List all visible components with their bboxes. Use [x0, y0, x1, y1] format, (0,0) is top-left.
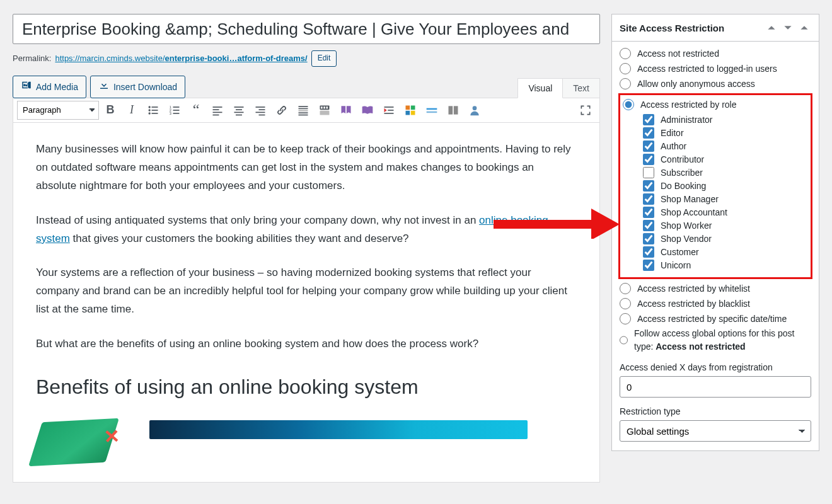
- role-checkbox[interactable]: [643, 180, 654, 192]
- radio-blacklist[interactable]: [620, 298, 631, 309]
- role-checkbox[interactable]: [643, 260, 654, 271]
- role-row: Customer: [643, 246, 808, 258]
- radio-whitelist[interactable]: [620, 283, 631, 294]
- role-checkbox[interactable]: [643, 220, 654, 231]
- role-label: Editor: [661, 128, 684, 138]
- denied-days-label: Access denied X days from registration: [620, 362, 811, 372]
- role-label: Author: [661, 141, 686, 151]
- site-access-panel: Site Access Restriction Access not restr…: [611, 14, 819, 451]
- editor-toolbar: Paragraph B I 123 “: [13, 98, 599, 123]
- insert-download-label: Insert Download: [113, 80, 177, 94]
- role-checkbox[interactable]: [643, 167, 654, 178]
- download-icon: [98, 79, 110, 94]
- svg-rect-17: [234, 106, 244, 108]
- role-row: Shop Manager: [643, 193, 808, 205]
- role-label: Customer: [661, 247, 699, 257]
- role-label: Unicorn: [661, 260, 691, 270]
- svg-rect-33: [323, 106, 325, 108]
- tab-visual[interactable]: Visual: [517, 78, 563, 98]
- svg-rect-38: [406, 105, 410, 110]
- paragraph: Instead of using antiquated systems that…: [36, 212, 577, 248]
- link-button[interactable]: [272, 101, 292, 120]
- svg-rect-41: [411, 111, 415, 115]
- permalink-slug-link[interactable]: enterprise-booki…atform-of-dreams/: [165, 54, 308, 63]
- svg-rect-5: [152, 110, 158, 111]
- restriction-type-select[interactable]: Global settings: [620, 420, 811, 442]
- book-purple-icon[interactable]: [336, 101, 356, 120]
- svg-rect-22: [259, 109, 265, 110]
- svg-rect-26: [299, 108, 308, 110]
- radio-not-restricted[interactable]: [620, 48, 631, 59]
- radio-label: Access restricted to logged-in users: [637, 64, 777, 74]
- radio-by-date[interactable]: [620, 313, 631, 324]
- role-checkbox[interactable]: [643, 154, 654, 165]
- insert-download-button[interactable]: Insert Download: [90, 76, 185, 98]
- role-label: Do Booking: [661, 181, 706, 191]
- svg-rect-43: [427, 112, 437, 113]
- image-placeholder-green: [28, 418, 119, 466]
- role-checkbox[interactable]: [643, 127, 654, 139]
- role-row: Contributor: [643, 154, 808, 165]
- role-label: Contributor: [661, 154, 704, 164]
- svg-rect-12: [173, 113, 180, 114]
- radio-by-role[interactable]: [623, 99, 634, 110]
- svg-rect-39: [411, 105, 415, 110]
- svg-rect-45: [454, 106, 458, 114]
- editor-content[interactable]: Many businesses will know how painful it…: [13, 123, 599, 482]
- svg-rect-42: [427, 108, 437, 110]
- role-label: Shop Worker: [661, 220, 712, 231]
- svg-rect-31: [320, 111, 330, 115]
- role-checkbox[interactable]: [643, 140, 654, 152]
- svg-rect-15: [213, 112, 222, 113]
- role-checkbox[interactable]: [643, 207, 654, 218]
- fullscreen-button[interactable]: [575, 101, 596, 120]
- role-checkbox[interactable]: [643, 193, 654, 205]
- columns-icon[interactable]: [443, 101, 463, 120]
- book-purple-open-icon[interactable]: [357, 101, 378, 120]
- panel-down-icon[interactable]: [781, 21, 795, 35]
- svg-point-0: [23, 84, 26, 86]
- toolbar-toggle-button[interactable]: [315, 101, 335, 120]
- svg-rect-36: [384, 113, 394, 114]
- role-checkbox[interactable]: [643, 114, 654, 125]
- user-icon[interactable]: [465, 101, 485, 120]
- align-left-button[interactable]: [207, 101, 228, 120]
- permalink-base-link[interactable]: https://marcin.cminds.website/: [55, 54, 165, 63]
- align-right-button[interactable]: [250, 101, 270, 120]
- role-row: Shop Accountant: [643, 207, 808, 218]
- format-select[interactable]: Paragraph: [17, 101, 99, 120]
- hr-blue-icon[interactable]: [422, 101, 442, 120]
- role-row: Subscriber: [643, 167, 808, 178]
- italic-button[interactable]: I: [122, 101, 142, 120]
- permalink-edit-button[interactable]: Edit: [311, 50, 337, 67]
- grid-color-icon[interactable]: [400, 101, 420, 120]
- post-title-input[interactable]: [13, 14, 600, 44]
- denied-days-input[interactable]: [620, 376, 811, 398]
- numbered-list-button[interactable]: 123: [165, 101, 185, 120]
- role-checkbox[interactable]: [643, 246, 654, 258]
- add-media-button[interactable]: Add Media: [13, 76, 86, 98]
- tab-text[interactable]: Text: [563, 78, 600, 98]
- radio-anonymous[interactable]: [620, 78, 631, 89]
- blockquote-button[interactable]: “: [186, 101, 206, 120]
- svg-rect-11: [173, 110, 180, 111]
- role-checkbox[interactable]: [643, 233, 654, 244]
- panel-up-icon[interactable]: [765, 21, 778, 35]
- panel-collapse-icon[interactable]: [797, 21, 811, 35]
- permalink-row: Permalink: https://marcin.cminds.website…: [13, 49, 600, 76]
- indent-right-icon[interactable]: [379, 101, 399, 120]
- radio-logged-in[interactable]: [620, 63, 631, 74]
- heading-benefits: Benefits of using an online booking syst…: [36, 370, 577, 404]
- bold-button[interactable]: B: [100, 101, 120, 120]
- radio-label: Access restricted by specific date/time: [637, 314, 787, 324]
- align-center-button[interactable]: [229, 101, 249, 120]
- bullet-list-button[interactable]: [143, 101, 163, 120]
- svg-rect-6: [152, 113, 158, 114]
- radio-label: Access restricted by blacklist: [637, 299, 750, 309]
- radio-follow-global[interactable]: [620, 335, 628, 346]
- svg-rect-13: [213, 106, 222, 108]
- svg-rect-25: [299, 106, 308, 107]
- camera-music-icon: [21, 79, 32, 94]
- insert-more-button[interactable]: [293, 101, 313, 120]
- role-label: Subscriber: [661, 168, 703, 178]
